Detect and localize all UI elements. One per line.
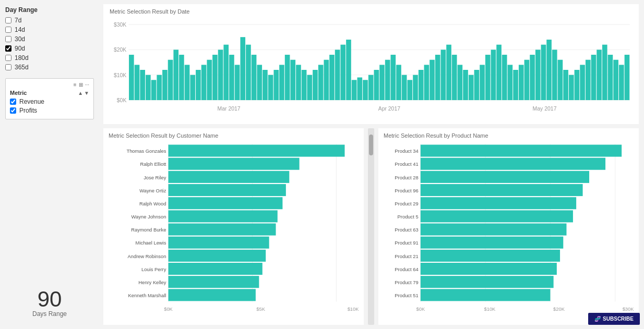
day-option-90d[interactable]: 90d	[5, 45, 94, 52]
product-bar[interactable]	[421, 171, 589, 183]
top-bar[interactable]	[458, 65, 463, 100]
top-bar[interactable]	[535, 50, 541, 100]
top-bar[interactable]	[352, 80, 357, 100]
top-bar[interactable]	[290, 60, 295, 100]
top-bar[interactable]	[452, 55, 457, 100]
day-option-180d[interactable]: 180d	[5, 54, 94, 62]
top-bar[interactable]	[530, 55, 535, 100]
more-icon[interactable]: ···	[85, 82, 89, 88]
customer-bar[interactable]	[169, 237, 269, 249]
top-bar[interactable]	[340, 45, 345, 100]
top-bar[interactable]	[324, 60, 329, 100]
product-bar[interactable]	[421, 237, 563, 249]
top-bar[interactable]	[441, 50, 446, 100]
top-bar[interactable]	[430, 60, 435, 100]
top-bar[interactable]	[201, 65, 207, 100]
top-bar[interactable]	[413, 75, 418, 100]
top-bar[interactable]	[591, 55, 597, 100]
customer-bar[interactable]	[169, 289, 256, 301]
customer-bar[interactable]	[169, 197, 283, 209]
product-bar[interactable]	[421, 144, 622, 156]
top-bar[interactable]	[563, 70, 568, 100]
top-bar[interactable]	[435, 55, 440, 100]
top-bar[interactable]	[285, 55, 290, 100]
top-bar[interactable]	[391, 55, 396, 100]
customer-bar[interactable]	[169, 184, 286, 196]
top-bar[interactable]	[485, 55, 491, 100]
top-bar[interactable]	[496, 45, 502, 100]
top-bar[interactable]	[396, 65, 401, 100]
top-bar[interactable]	[179, 55, 184, 100]
top-bar[interactable]	[519, 65, 524, 100]
day-option-30d[interactable]: 30d	[5, 35, 94, 43]
top-bar[interactable]	[268, 75, 273, 100]
top-bar[interactable]	[502, 55, 507, 100]
top-bar[interactable]	[379, 65, 385, 100]
top-bar[interactable]	[196, 70, 201, 100]
customer-bar[interactable]	[169, 250, 266, 262]
top-bar[interactable]	[357, 78, 363, 101]
top-bar[interactable]	[546, 40, 552, 100]
top-bar[interactable]	[613, 60, 618, 100]
top-bar[interactable]	[619, 65, 624, 100]
top-bar[interactable]	[469, 75, 474, 100]
product-bar[interactable]	[421, 158, 605, 170]
sort-arrows[interactable]: ▲ ▼	[78, 90, 89, 96]
top-bar[interactable]	[374, 70, 379, 100]
top-bar[interactable]	[368, 75, 374, 100]
top-bar[interactable]	[257, 65, 262, 100]
metric-option-profits[interactable]: Profits	[10, 107, 89, 114]
top-bar[interactable]	[307, 75, 312, 100]
top-bar[interactable]	[419, 70, 424, 100]
product-bar[interactable]	[421, 197, 576, 209]
product-bar[interactable]	[421, 276, 554, 288]
scroll-thumb[interactable]	[369, 135, 373, 155]
top-bar[interactable]	[463, 70, 468, 100]
sort-down-icon[interactable]: ▼	[84, 90, 89, 96]
top-bar[interactable]	[508, 65, 513, 100]
top-bar[interactable]	[524, 60, 530, 100]
top-bar[interactable]	[207, 60, 212, 100]
day-option-14d[interactable]: 14d	[5, 26, 94, 33]
top-bar[interactable]	[190, 75, 195, 100]
top-bar[interactable]	[263, 70, 268, 100]
top-bar[interactable]	[363, 80, 368, 100]
top-bar[interactable]	[424, 65, 430, 100]
top-bar[interactable]	[513, 70, 518, 100]
top-bar[interactable]	[625, 55, 630, 100]
top-bar[interactable]	[212, 55, 218, 100]
top-bar[interactable]	[185, 65, 190, 100]
top-bar[interactable]	[140, 70, 145, 100]
top-bar[interactable]	[335, 50, 340, 100]
top-bar[interactable]	[329, 55, 335, 100]
top-bar[interactable]	[580, 65, 585, 100]
top-bar[interactable]	[229, 55, 234, 100]
product-bar[interactable]	[421, 184, 583, 196]
top-bar[interactable]	[569, 75, 574, 100]
top-bar[interactable]	[157, 75, 162, 100]
top-bar[interactable]	[162, 70, 168, 100]
top-bar[interactable]	[296, 65, 301, 100]
top-bar[interactable]	[218, 50, 223, 100]
top-bar[interactable]	[385, 60, 390, 100]
product-bar[interactable]	[421, 263, 557, 275]
top-bar[interactable]	[173, 50, 178, 100]
sort-up-icon[interactable]: ▲	[78, 90, 83, 96]
top-bar[interactable]	[223, 45, 229, 100]
top-bar[interactable]	[129, 55, 134, 100]
top-bar[interactable]	[552, 50, 557, 100]
top-bar[interactable]	[252, 55, 257, 100]
top-bar[interactable]	[246, 45, 251, 100]
top-bar[interactable]	[146, 75, 151, 100]
top-bar[interactable]	[302, 70, 307, 100]
top-bar[interactable]	[313, 70, 318, 100]
day-option-7d[interactable]: 7d	[5, 17, 94, 24]
top-bar[interactable]	[608, 55, 613, 100]
top-bar[interactable]	[402, 75, 407, 100]
customer-bar[interactable]	[169, 158, 300, 170]
top-bar[interactable]	[491, 50, 496, 100]
metric-card-icons[interactable]: ≡ ⊞ ···	[74, 82, 89, 88]
top-bar[interactable]	[240, 37, 245, 100]
top-bar[interactable]	[235, 65, 240, 100]
day-option-365d[interactable]: 365d	[5, 64, 94, 71]
